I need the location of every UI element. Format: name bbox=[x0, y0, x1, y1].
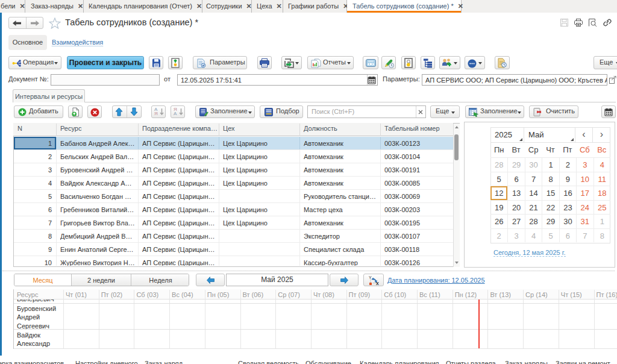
svg-text:Y: Y bbox=[369, 275, 372, 280]
svg-text:X: X bbox=[376, 281, 379, 285]
